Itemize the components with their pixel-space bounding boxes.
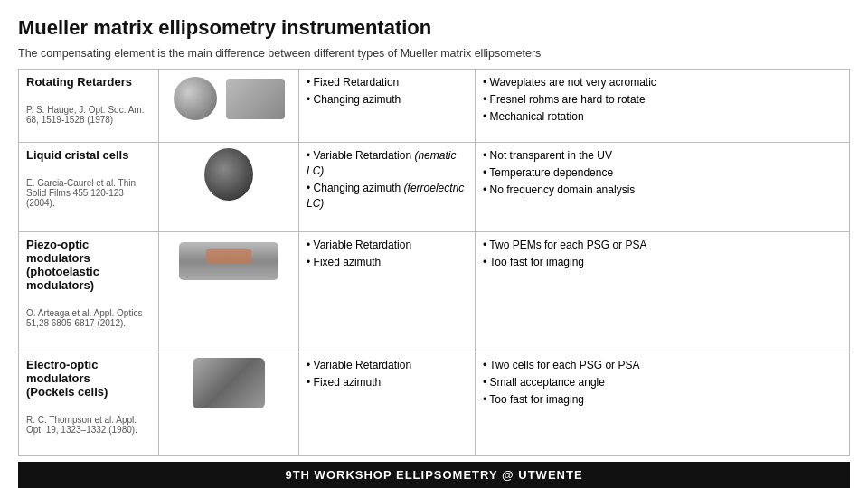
table-row: Liquid cristal cells E. Garcia-Caurel et… [19, 143, 850, 232]
con-item: Two cells for each PSG or PSA [483, 358, 842, 373]
row-cons-pem: Two PEMs for each PSG or PSA Too fast fo… [476, 232, 850, 352]
row-props-pockels: Variable Retardation Fixed azimuth [299, 352, 476, 455]
con-item: Mechanical rotation [483, 109, 842, 125]
reference: P. S. Hauge, J. Opt. Soc. Am. 68, 1519-1… [26, 105, 151, 125]
row-props-lc: Variable Retardation (nematic LC) Changi… [299, 143, 476, 232]
row-image-pem [159, 232, 299, 352]
prop-item: Fixed azimuth [307, 375, 467, 390]
reference: E. Garcia-Caurel et al. Thin Solid Films… [26, 178, 151, 208]
row-props-pem: Variable Retardation Fixed azimuth [299, 232, 476, 352]
row-label-rotating: Rotating Retarders P. S. Hauge, J. Opt. … [19, 70, 159, 143]
con-item: Too fast for imaging [483, 255, 842, 270]
pem-image [179, 242, 278, 280]
table-row: Piezo-optic modulators(photoelastic modu… [19, 232, 850, 352]
main-table: Rotating Retarders P. S. Hauge, J. Opt. … [18, 69, 850, 456]
rotating-retarder-image-2 [226, 79, 285, 119]
prop-item: Variable Retardation (nematic LC) [307, 148, 467, 179]
row-image-lc [159, 143, 299, 232]
rotating-retarder-image-1 [174, 77, 217, 120]
lc-image [204, 148, 253, 201]
device-name: Piezo-optic modulators(photoelastic modu… [26, 238, 151, 292]
device-name: Electro-optic modulators(Pockels cells) [26, 358, 151, 399]
prop-item: Variable Retardation [307, 238, 467, 253]
con-item: Two PEMs for each PSG or PSA [483, 238, 842, 253]
footer-bar: 9TH WORKSHOP ELLIPSOMETRY @ UTWENTE [18, 462, 850, 488]
pockels-image [193, 358, 265, 408]
con-item: Too fast for imaging [483, 392, 842, 408]
ferroelectric-label: (ferroelectric LC) [307, 182, 464, 210]
row-label-lc: Liquid cristal cells E. Garcia-Caurel et… [19, 143, 159, 232]
prop-item: Variable Retardation [307, 358, 467, 373]
row-image-pockels [159, 352, 299, 455]
reference: R. C. Thompson et al. Appl. Opt. 19, 132… [26, 415, 151, 435]
con-item: Temperature dependence [483, 165, 842, 181]
prop-item: Changing azimuth [307, 92, 467, 108]
row-image-rotating [159, 70, 299, 143]
row-label-pockels: Electro-optic modulators(Pockels cells) … [19, 352, 159, 455]
prop-item: Changing azimuth (ferroelectric LC) [307, 181, 467, 211]
prop-item: Fixed Retardation [307, 75, 467, 90]
row-cons-rotating: Waveplates are not very acromatic Fresne… [476, 70, 850, 143]
row-cons-pockels: Two cells for each PSG or PSA Small acce… [476, 352, 850, 455]
nematic-label: (nematic LC) [307, 149, 456, 177]
row-props-rotating: Fixed Retardation Changing azimuth [299, 70, 476, 143]
row-cons-lc: Not transparent in the UV Temperature de… [476, 143, 850, 232]
con-item: No frequency domain analysis [483, 183, 842, 198]
device-name: Rotating Retarders [26, 75, 151, 89]
con-item: Small acceptance angle [483, 375, 842, 390]
reference: O. Arteaga et al. Appl. Optics 51,28 680… [26, 308, 151, 328]
page-title: Mueller matrix ellipsometry instrumentat… [18, 16, 850, 40]
prop-item: Fixed azimuth [307, 255, 467, 270]
table-row: Rotating Retarders P. S. Hauge, J. Opt. … [19, 70, 850, 143]
con-item: Waveplates are not very acromatic [483, 75, 842, 90]
con-item: Not transparent in the UV [483, 148, 842, 164]
row-label-pem: Piezo-optic modulators(photoelastic modu… [19, 232, 159, 352]
device-name: Liquid cristal cells [26, 148, 151, 162]
con-item: Fresnel rohms are hard to rotate [483, 92, 842, 108]
page-subtitle: The compensating element is the main dif… [18, 47, 850, 60]
table-row: Electro-optic modulators(Pockels cells) … [19, 352, 850, 455]
